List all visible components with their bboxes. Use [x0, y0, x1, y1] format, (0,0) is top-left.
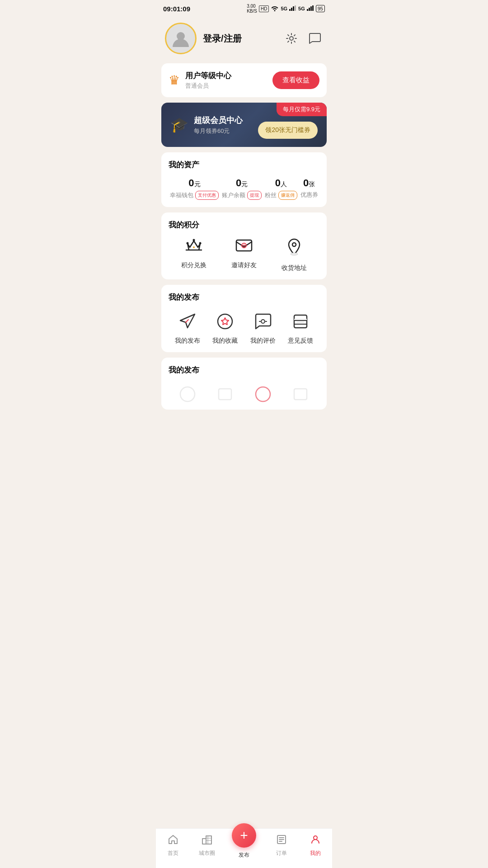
envelope-icon [235, 237, 253, 258]
feedback-item[interactable]: 意见反馈 [288, 310, 313, 345]
hd-badge: HD [259, 5, 269, 12]
vip-left: 🎓 超级会员中心 每月领券60元 [170, 115, 243, 135]
invite-friends-label: 邀请好友 [231, 261, 257, 269]
svg-rect-24 [297, 321, 304, 323]
svg-point-25 [180, 387, 195, 401]
coupons-unit: 张 [309, 180, 315, 188]
fans-tag: 赚返佣 [278, 191, 297, 200]
avatar[interactable] [165, 23, 197, 54]
star-circle-icon [213, 310, 237, 333]
svg-rect-2 [293, 6, 294, 11]
vip-title: 超级会员中心 [194, 115, 243, 126]
battery-icon: 95 [316, 5, 325, 12]
svg-point-27 [256, 387, 270, 401]
level-left: ♛ 用户等级中心 普通会员 [169, 71, 231, 90]
asset-value-row: 0元 [188, 177, 200, 189]
svg-rect-6 [310, 6, 312, 11]
coupons-label-row: 优惠券 [300, 191, 318, 199]
profile-header: 登录/注册 [156, 15, 332, 63]
fans-unit: 人 [281, 180, 287, 188]
balance-number: 0 [236, 177, 241, 189]
status-time: 09:01:09 [163, 5, 190, 13]
points-exchange-label: 积分兑换 [181, 261, 206, 269]
level-title: 用户等级中心 [185, 71, 231, 81]
invite-friends[interactable]: 邀请好友 [231, 237, 257, 272]
asset-coupons-row: 0张 [303, 177, 315, 189]
my-publish-title-2: 我的发布 [169, 365, 319, 375]
svg-rect-4 [307, 9, 308, 11]
my-favorites-item[interactable]: 我的收藏 [212, 310, 238, 345]
balance-label-row: 账户余额 提现 [222, 191, 262, 200]
svg-point-16 [292, 243, 296, 246]
feedback-icon [289, 310, 312, 333]
settings-icon[interactable] [283, 30, 300, 47]
points-exchange[interactable]: 积分兑换 [181, 237, 206, 272]
asset-fans[interactable]: 0人 粉丝 赚返佣 [265, 177, 297, 200]
vip-card[interactable]: 每月仅需9.9元 🎓 超级会员中心 每月领券60元 领20张无门槛券 [161, 103, 327, 147]
svg-point-10 [186, 242, 188, 245]
wallet-label-row: 幸福钱包 支付优惠 [170, 191, 219, 200]
status-bar: 09:01:09 3.00KB/S HD 5G 5G [156, 0, 332, 15]
svg-point-17 [291, 253, 298, 255]
assets-card: 我的资产 0元 幸福钱包 支付优惠 0元 账户余额 提现 [161, 152, 327, 207]
fans-label-row: 粉丝 赚返佣 [265, 191, 297, 200]
partial-icon-2 [213, 382, 237, 406]
delivery-address[interactable]: 收货地址 [282, 237, 307, 272]
level-subtitle: 普通会员 [185, 82, 231, 90]
login-register-text[interactable]: 登录/注册 [203, 33, 242, 45]
svg-point-12 [199, 242, 201, 245]
partial-item-3[interactable] [251, 382, 275, 406]
wallet-tag: 支付优惠 [195, 191, 219, 200]
vip-info: 超级会员中心 每月领券60元 [194, 115, 243, 135]
chat-icon [251, 310, 275, 333]
svg-point-18 [218, 314, 232, 329]
network-speed: 3.00KB/S [247, 4, 257, 14]
wallet-unit: 元 [194, 180, 201, 188]
coupons-number: 0 [303, 177, 309, 189]
svg-point-13 [193, 246, 195, 248]
asset-balance[interactable]: 0元 账户余额 提现 [222, 177, 262, 200]
signal-bars-2 [307, 5, 314, 12]
svg-rect-1 [291, 8, 292, 11]
vip-price-badge: 每月仅需9.9元 [277, 103, 327, 116]
points-title: 我的积分 [169, 220, 319, 230]
delivery-address-label: 收货地址 [282, 264, 307, 272]
vip-coupon-button[interactable]: 领20张无门槛券 [258, 122, 318, 139]
partial-item-4[interactable] [289, 382, 312, 406]
view-earnings-button[interactable]: 查看收益 [272, 71, 319, 89]
svg-rect-26 [219, 389, 231, 400]
wallet-number: 0 [188, 177, 194, 189]
level-info: 用户等级中心 普通会员 [185, 71, 231, 90]
message-icon[interactable] [307, 30, 323, 47]
crown-icon: ♛ [169, 73, 180, 88]
my-reviews-item[interactable]: 我的评价 [250, 310, 276, 345]
svg-rect-0 [289, 9, 291, 11]
signal-bars-1 [289, 5, 296, 12]
my-publish-item[interactable]: 我的发布 [175, 310, 200, 345]
balance-label: 账户余额 [222, 191, 245, 199]
svg-point-9 [290, 37, 293, 40]
my-publish-title: 我的发布 [169, 292, 319, 302]
my-reviews-label: 我的评价 [250, 337, 276, 345]
assets-title: 我的资产 [169, 160, 319, 170]
svg-rect-28 [294, 389, 307, 400]
level-card: ♛ 用户等级中心 普通会员 查看收益 [161, 63, 327, 97]
asset-coupons[interactable]: 0张 优惠券 [300, 177, 318, 200]
signal-5g-1: 5G [281, 6, 287, 11]
my-publish-card: 我的发布 我的发布 我的 [161, 285, 327, 352]
partial-item-2[interactable] [213, 382, 237, 406]
location-icon [285, 237, 304, 260]
partial-item-1[interactable] [176, 382, 199, 406]
coupons-label: 优惠券 [300, 191, 318, 199]
svg-rect-5 [309, 8, 310, 11]
signal-5g-2: 5G [298, 6, 305, 11]
feedback-label: 意见反馈 [288, 337, 313, 345]
profile-left: 登录/注册 [165, 23, 242, 54]
vip-subtitle: 每月领券60元 [194, 127, 243, 135]
points-grid: 积分兑换 邀请好友 [169, 237, 319, 272]
balance-unit: 元 [241, 180, 248, 188]
asset-wallet[interactable]: 0元 幸福钱包 支付优惠 [170, 177, 219, 200]
svg-point-11 [192, 239, 195, 241]
partial-icon-1 [176, 382, 199, 406]
partial-icon-4 [289, 382, 312, 406]
